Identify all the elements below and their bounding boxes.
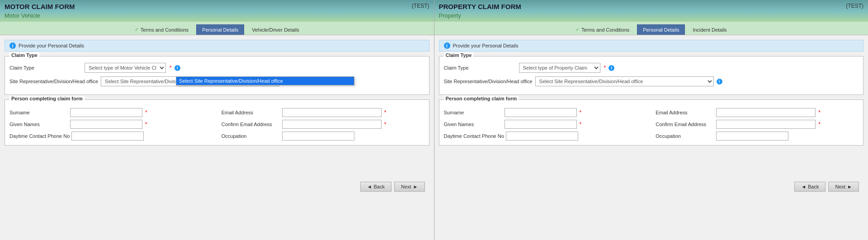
right-claim-type-select[interactable]: Select type of Property Claim: [519, 63, 600, 73]
left-tab-personal[interactable]: Personal Details: [196, 24, 244, 35]
left-given-names-required: *: [145, 121, 147, 127]
left-terms-check: ✓: [135, 27, 139, 33]
right-confirm-email-label: Confirm Email Address: [656, 122, 714, 127]
right-email-input[interactable]: [716, 108, 816, 117]
right-tab-incident[interactable]: Incident Details: [687, 24, 732, 35]
right-claim-type-required: *: [604, 65, 606, 71]
left-back-button[interactable]: ◄ Back: [360, 182, 392, 192]
right-tabs-bar: ✓ Terms and Conditions Personal Details …: [434, 22, 868, 35]
left-info-bar: i Provide your Personal Details: [5, 40, 429, 52]
left-next-label: Next: [401, 184, 411, 189]
right-email-label: Email Address: [656, 110, 714, 115]
right-site-row: Site Representative/Division/Head office…: [444, 76, 859, 86]
right-site-info-icon[interactable]: i: [717, 79, 722, 85]
right-tab-terms[interactable]: ✓ Terms and Conditions: [570, 24, 635, 35]
right-person-grid: Surname * Email Address * Given Names: [444, 108, 859, 141]
right-test-badge: (TEST): [846, 3, 863, 9]
right-back-arrow: ◄: [801, 184, 806, 189]
left-claim-type-required: *: [170, 65, 172, 71]
left-tabs-bar: ✓ Terms and Conditions Personal Details …: [0, 22, 434, 35]
right-tab-personal[interactable]: Personal Details: [637, 24, 685, 35]
right-given-names-label: Given Names: [444, 122, 503, 127]
left-surname-required: *: [145, 109, 147, 116]
left-claim-type-content: Claim Type Select type of Motor Vehicle …: [5, 56, 429, 94]
left-info-icon: i: [9, 42, 16, 49]
left-tab-vehicle[interactable]: Vehicle/Driver Details: [246, 24, 305, 35]
right-surname-input[interactable]: [505, 108, 577, 117]
left-occupation-input[interactable]: [282, 132, 354, 141]
right-claim-type-legend: Claim Type: [444, 52, 474, 58]
left-confirm-email-input[interactable]: [282, 120, 382, 129]
left-header: MOTOR CLAIM FORM (TEST): [0, 0, 434, 11]
right-confirm-email-row: Confirm Email Address *: [656, 120, 859, 129]
left-phone-label: Daytime Contact Phone No: [9, 133, 70, 139]
left-tab-terms[interactable]: ✓ Terms and Conditions: [129, 24, 194, 35]
left-tab-terms-label: Terms and Conditions: [141, 27, 189, 33]
right-given-names-row: Given Names *: [444, 120, 647, 129]
left-claim-type-info-icon[interactable]: i: [175, 65, 180, 71]
left-person-section: Person completing claim form Surname * E…: [5, 99, 429, 146]
right-claim-type-row: Claim Type Select type of Property Claim…: [444, 63, 859, 73]
right-info-text: Provide your Personal Details: [453, 43, 519, 48]
right-given-names-input[interactable]: [505, 120, 577, 129]
left-tab-personal-label: Personal Details: [202, 27, 238, 33]
left-given-names-input[interactable]: [70, 120, 142, 129]
left-surname-label: Surname: [9, 110, 68, 115]
left-panel-title: MOTOR CLAIM FORM: [5, 3, 75, 10]
left-email-label: Email Address: [222, 110, 280, 115]
right-person-legend: Person completing claim form: [444, 96, 519, 101]
right-given-names-required: *: [580, 121, 582, 127]
right-next-button[interactable]: Next ►: [828, 182, 859, 192]
left-claim-type-select[interactable]: Select type of Motor Vehicle Claim: [85, 63, 166, 73]
left-surname-input[interactable]: [70, 108, 142, 117]
right-claim-type-content: Claim Type Select type of Property Claim…: [439, 56, 863, 94]
right-phone-input[interactable]: [506, 132, 578, 141]
right-next-arrow: ►: [847, 184, 852, 189]
left-occupation-row: Occupation: [222, 132, 425, 141]
right-header: PROPERTY CLAIM FORM (TEST): [434, 0, 868, 11]
left-next-button[interactable]: Next ►: [394, 182, 425, 192]
left-person-legend: Person completing claim form: [9, 96, 85, 101]
left-site-dropdown-item-selected[interactable]: Select Site Representative/Division/Head…: [176, 77, 354, 85]
right-confirm-email-input[interactable]: [716, 120, 816, 129]
right-site-select[interactable]: Select Site Representative/Division/Head…: [535, 76, 714, 86]
right-terms-check: ✓: [576, 27, 580, 33]
right-surname-label: Surname: [444, 110, 503, 115]
left-email-input[interactable]: [282, 108, 382, 117]
right-next-label: Next: [835, 184, 845, 189]
left-back-arrow: ◄: [367, 184, 372, 189]
left-phone-input[interactable]: [71, 132, 144, 141]
right-confirm-email-required: *: [818, 121, 821, 127]
right-occupation-label: Occupation: [656, 133, 714, 139]
right-back-button[interactable]: ◄ Back: [794, 182, 826, 192]
left-occupation-label: Occupation: [222, 133, 280, 139]
left-person-grid: Surname * Email Address * Given Names: [9, 108, 425, 141]
right-footer-buttons: ◄ Back Next ►: [439, 177, 864, 196]
left-tab-vehicle-label: Vehicle/Driver Details: [252, 27, 299, 33]
right-info-icon: i: [444, 42, 450, 49]
right-tab-personal-label: Personal Details: [643, 27, 679, 33]
left-claim-type-section: Claim Type Claim Type Select type of Mot…: [5, 56, 429, 95]
right-tab-terms-label: Terms and Conditions: [581, 27, 629, 33]
right-panel: PROPERTY CLAIM FORM (TEST) Property ✓ Te…: [434, 0, 868, 240]
right-claim-type-info-icon[interactable]: i: [609, 65, 614, 71]
left-site-label: Site Representative/Division/Head office: [9, 79, 98, 84]
left-panel: MOTOR CLAIM FORM (TEST) Motor Vehicle ✓ …: [0, 0, 434, 240]
right-occupation-input[interactable]: [716, 132, 788, 141]
left-surname-row: Surname *: [9, 108, 212, 117]
left-next-arrow: ►: [413, 184, 418, 189]
right-email-row: Email Address *: [656, 108, 859, 117]
right-phone-row: Daytime Contact Phone No: [444, 132, 647, 141]
left-claim-type-legend: Claim Type: [9, 52, 39, 58]
left-test-badge: (TEST): [412, 3, 429, 9]
left-subtitle: Motor Vehicle: [0, 11, 434, 22]
right-phone-label: Daytime Contact Phone No: [444, 133, 504, 139]
right-occupation-row: Occupation: [656, 132, 859, 141]
right-person-content: Surname * Email Address * Given Names: [439, 100, 863, 145]
left-email-required: *: [384, 109, 387, 116]
right-back-label: Back: [808, 184, 819, 189]
left-phone-row: Daytime Contact Phone No: [9, 132, 212, 141]
right-subtitle: Property: [434, 11, 868, 22]
left-person-content: Surname * Email Address * Given Names: [5, 100, 429, 145]
left-claim-type-label: Claim Type: [9, 65, 82, 71]
